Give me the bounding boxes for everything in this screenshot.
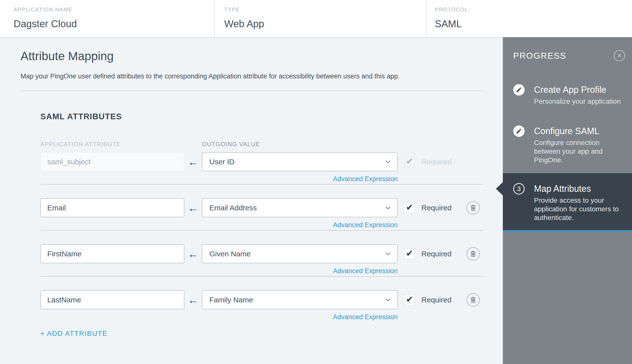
advanced-expression-line: Advanced Expression [40, 175, 398, 182]
step-body: Create App Profile Personalize your appl… [534, 84, 622, 106]
type-value: Web App [224, 18, 426, 30]
chevron-down-icon [385, 252, 391, 256]
row-divider [40, 230, 483, 230]
advanced-expression-link[interactable]: Advanced Expression [333, 175, 398, 182]
application-attribute-input[interactable] [40, 198, 184, 217]
attribute-field-line: ← Given Name ✔ Required [40, 244, 503, 263]
table-row: ← User ID ✔ Required [40, 152, 503, 184]
advanced-expression-line: Advanced Expression [40, 313, 398, 320]
pencil-icon [513, 126, 524, 137]
column-headers: APPLICATION ATTRIBUTE OUTGOING VALUE [40, 141, 503, 148]
step-title: Map Attributes [534, 183, 622, 194]
page-description: Map your PingOne user defined attributes… [20, 73, 503, 80]
step-icon-column [513, 84, 524, 106]
arrow-left-icon: ← [184, 294, 202, 306]
advanced-expression-line: Advanced Expression [40, 221, 398, 228]
outgoing-value-dropdown[interactable]: Email Address [202, 198, 398, 217]
close-icon[interactable]: ✕ [614, 50, 625, 61]
application-attribute-input [40, 152, 184, 171]
section-divider [20, 90, 484, 91]
progress-panel-header: PROGRESS ✕ [503, 37, 632, 61]
check-icon: ✔ [406, 157, 413, 166]
progress-step[interactable]: 3 Map Attributes Provide access to your … [503, 173, 632, 231]
header-protocol: PROTOCOL SAML [426, 0, 632, 37]
check-icon: ✔ [406, 203, 413, 212]
progress-step[interactable]: Configure SAML Configure connection betw… [503, 126, 632, 164]
trash-icon [470, 296, 476, 303]
attribute-field-line: ← Family Name ✔ Required [40, 290, 503, 309]
delete-attribute-button[interactable] [466, 293, 480, 306]
step-icon-column [513, 126, 524, 164]
progress-steps: Create App Profile Personalize your appl… [503, 84, 632, 231]
row-divider [40, 184, 483, 184]
attribute-field-line: ← Email Address ✔ Required [40, 198, 503, 217]
outgoing-value-column-label: OUTGOING VALUE [202, 141, 260, 148]
outgoing-value-text: Family Name [209, 296, 253, 304]
required-label: Required [422, 250, 452, 258]
outgoing-value-text: Email Address [209, 204, 257, 212]
required-label: Required [422, 204, 452, 212]
arrow-left-icon: ← [184, 156, 202, 168]
main-content: Attribute Mapping Map your PingOne user … [0, 38, 503, 364]
outgoing-value-dropdown[interactable]: Given Name [202, 244, 398, 263]
step-description: Personalize your application [534, 97, 622, 106]
type-label: TYPE [224, 6, 426, 13]
header-type: TYPE Web App [215, 0, 426, 37]
outgoing-value-text: Given Name [209, 250, 251, 258]
add-attribute-button[interactable]: + ADD ATTRIBUTE [40, 330, 108, 338]
advanced-expression-link[interactable]: Advanced Expression [333, 267, 398, 275]
outgoing-value-dropdown[interactable]: Family Name [202, 290, 398, 309]
saml-attributes-title: SAML ATTRIBUTES [40, 112, 503, 121]
required-label: Required [422, 158, 452, 166]
progress-panel: PROGRESS ✕ Create App Profile Personaliz… [503, 37, 632, 364]
step-body: Configure SAML Configure connection betw… [534, 126, 622, 164]
progress-title: PROGRESS [513, 51, 566, 61]
app-header: APPLICATION NAME Dagster Cloud TYPE Web … [0, 0, 632, 38]
pencil-icon [513, 84, 524, 96]
attribute-field-line: ← User ID ✔ Required [40, 152, 503, 171]
page-title: Attribute Mapping [20, 49, 503, 63]
chevron-down-icon [385, 160, 391, 164]
application-attribute-column-label: APPLICATION ATTRIBUTE [40, 141, 202, 148]
trash-icon [470, 204, 476, 211]
step-title: Create App Profile [534, 84, 622, 96]
delete-attribute-button[interactable] [466, 201, 480, 214]
required-checkbox: ✔ [404, 156, 415, 167]
required-checkbox[interactable]: ✔ [404, 202, 415, 213]
progress-step[interactable]: Create App Profile Personalize your appl… [503, 84, 632, 106]
arrow-left-icon: ← [184, 202, 202, 214]
outgoing-value-dropdown[interactable]: User ID [202, 152, 398, 171]
advanced-expression-line: Advanced Expression [40, 267, 398, 274]
required-label: Required [422, 296, 452, 304]
outgoing-value-text: User ID [209, 158, 234, 166]
required-checkbox[interactable]: ✔ [404, 248, 415, 259]
protocol-label: PROTOCOL [435, 6, 632, 13]
check-icon: ✔ [406, 249, 413, 258]
protocol-value: SAML [435, 18, 632, 30]
row-divider [40, 276, 483, 277]
step-number-badge: 3 [513, 183, 524, 194]
saml-attributes-section: SAML ATTRIBUTES APPLICATION ATTRIBUTE OU… [40, 112, 503, 338]
attribute-rows: ← User ID ✔ Required [40, 152, 503, 320]
header-application-name: APPLICATION NAME Dagster Cloud [0, 0, 215, 37]
step-title: Configure SAML [534, 126, 622, 137]
application-name-value: Dagster Cloud [14, 18, 214, 30]
table-row: ← Given Name ✔ Required [40, 244, 503, 277]
step-number: 3 [517, 185, 521, 193]
advanced-expression-link[interactable]: Advanced Expression [333, 313, 398, 321]
advanced-expression-link[interactable]: Advanced Expression [333, 221, 398, 229]
application-attribute-input[interactable] [40, 244, 184, 263]
check-icon: ✔ [406, 295, 413, 304]
step-icon-column: 3 [513, 183, 524, 222]
arrow-left-icon: ← [184, 248, 202, 260]
step-body: Map Attributes Provide access to your ap… [534, 183, 622, 222]
required-checkbox[interactable]: ✔ [404, 294, 415, 305]
chevron-down-icon [385, 206, 391, 210]
table-row: ← Family Name ✔ Required [40, 290, 503, 320]
chevron-down-icon [385, 298, 391, 302]
application-attribute-input[interactable] [40, 290, 184, 309]
trash-icon [470, 250, 476, 257]
application-name-label: APPLICATION NAME [14, 6, 214, 13]
step-description: Configure connection between your app an… [534, 138, 622, 164]
delete-attribute-button[interactable] [466, 247, 480, 260]
